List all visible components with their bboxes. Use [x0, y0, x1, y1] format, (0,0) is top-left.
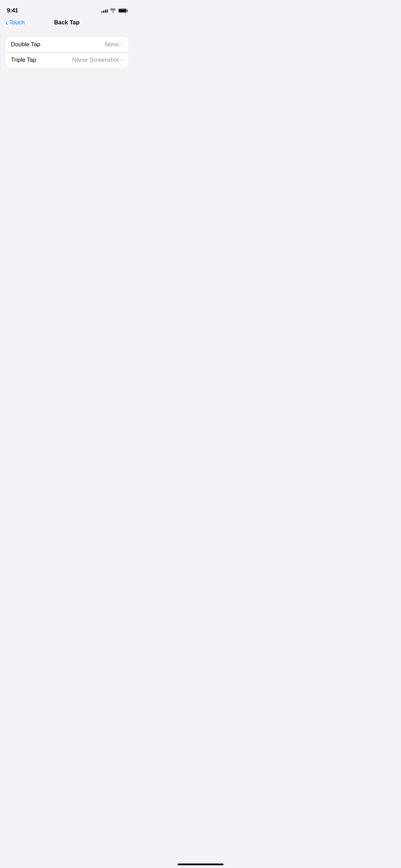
signal-bar-2	[103, 11, 104, 13]
double-tap-label: Double Tap	[11, 41, 40, 48]
status-icons	[101, 9, 127, 13]
triple-tap-chevron-icon: ›	[121, 57, 123, 63]
settings-section: Double Tap None › Triple Tap Name Screen…	[5, 37, 128, 68]
triple-tap-value: Name Screenshot	[72, 57, 119, 63]
page-title: Back Tap	[54, 19, 80, 26]
double-tap-value-container: None ›	[105, 41, 123, 48]
status-time: 9:41	[7, 7, 18, 14]
nav-header: ‹ Touch Back Tap	[0, 16, 134, 32]
back-button[interactable]: ‹ Touch	[5, 19, 25, 26]
triple-tap-value-container: Name Screenshot ›	[72, 57, 123, 63]
battery-icon	[118, 9, 127, 13]
battery-fill	[119, 9, 126, 12]
battery-tip	[127, 10, 128, 12]
double-tap-value: None	[105, 41, 119, 48]
back-chevron-icon: ‹	[5, 19, 8, 26]
signal-bars-icon	[101, 9, 108, 13]
signal-bar-4	[107, 9, 108, 13]
signal-bar-1	[101, 11, 102, 13]
status-bar: 9:41	[0, 0, 134, 16]
triple-tap-row[interactable]: Triple Tap Name Screenshot ›	[5, 52, 128, 68]
triple-tap-label: Triple Tap	[11, 57, 36, 63]
double-tap-chevron-icon: ›	[121, 41, 123, 48]
wifi-icon	[110, 9, 116, 13]
back-label: Touch	[9, 19, 25, 26]
double-tap-row[interactable]: Double Tap None ›	[5, 37, 128, 52]
signal-bar-3	[105, 10, 106, 13]
